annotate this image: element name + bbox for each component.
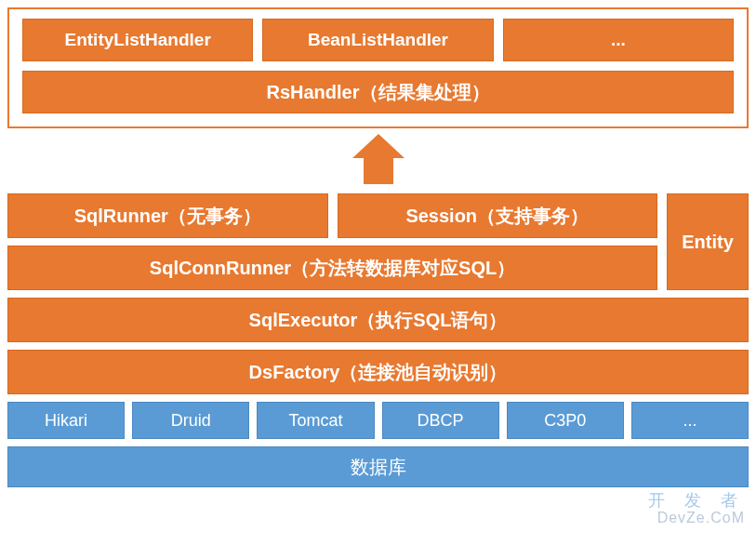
handlers-row: EntityListHandler BeanListHandler ... — [22, 19, 734, 61]
pool-more-box: ... — [631, 402, 749, 439]
sql-executor-box: SqlExecutor（执行SQL语句） — [7, 298, 749, 342]
watermark: 开 发 者 DevZe.CoM — [648, 492, 745, 526]
pools-row: Hikari Druid Tomcat DBCP C3P0 ... — [7, 402, 749, 439]
handlers-group: EntityListHandler BeanListHandler ... Rs… — [7, 7, 749, 128]
rs-handler-box: RsHandler（结果集处理） — [22, 71, 734, 113]
sql-conn-runner-box: SqlConnRunner（方法转数据库对应SQL） — [7, 246, 657, 290]
pool-hikari-box: Hikari — [7, 402, 125, 439]
bean-list-handler-box: BeanListHandler — [262, 19, 493, 61]
runners-row: SqlRunner（无事务） Session（支持事务） SqlConnRunn… — [7, 193, 749, 290]
database-box: 数据库 — [7, 446, 749, 487]
arrow-up — [0, 134, 756, 184]
ds-factory-box: DsFactory（连接池自动识别） — [7, 350, 749, 394]
watermark-line1: 开 发 者 — [648, 491, 745, 510]
session-box: Session（支持事务） — [338, 193, 658, 238]
entity-list-handler-box: EntityListHandler — [22, 19, 253, 61]
pool-druid-box: Druid — [132, 402, 249, 439]
watermark-line2: DevZe.CoM — [648, 510, 745, 526]
handlers-more-box: ... — [503, 19, 734, 61]
pool-dbcp-box: DBCP — [382, 402, 499, 439]
sql-runner-box: SqlRunner（无事务） — [7, 193, 328, 238]
entity-box: Entity — [667, 193, 749, 290]
pool-tomcat-box: Tomcat — [257, 402, 374, 439]
pool-c3p0-box: C3P0 — [507, 402, 624, 439]
